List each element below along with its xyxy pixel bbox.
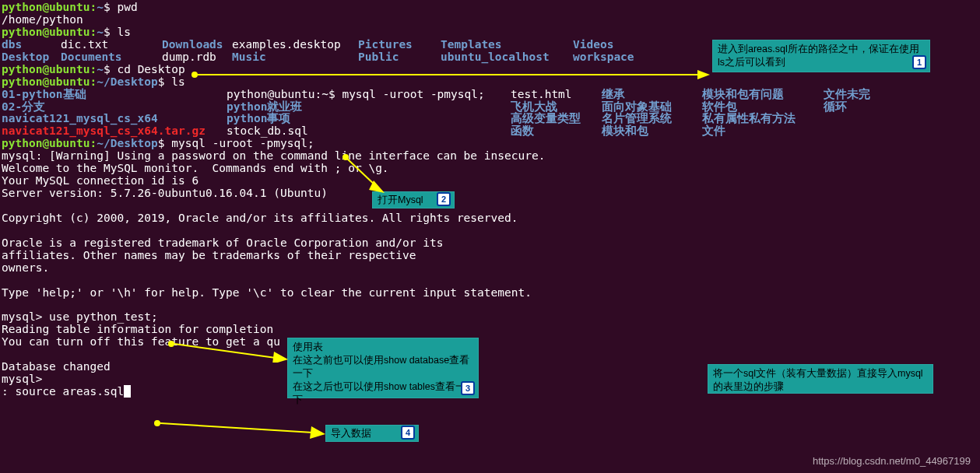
prompt-line-ls2: python@ubuntu:~/Desktop$ ls: [2, 76, 978, 89]
mysql-out-4: Server version: 5.7.26-0ubuntu0.16.04.1 …: [2, 187, 978, 200]
annotation-4: 导入数据 4: [325, 425, 419, 442]
badge-2: 2: [437, 192, 451, 206]
prompt-line-pwd: python@ubuntu:~$ pwd: [2, 2, 978, 14]
badge-4: 4: [401, 426, 415, 440]
prompt-line-ls: python@ubuntu:~$ ls: [2, 26, 978, 39]
svg-marker-11: [310, 426, 325, 439]
mysql-prompt-use: mysql> use python_test;: [2, 311, 978, 324]
ls-desk-row3: navicat121_mysql_cs_x64python事项高级变量类型名片管…: [2, 113, 978, 125]
ls-desk-row4: navicat121_mysql_cs_x64.tar.gzstock_db.s…: [2, 125, 978, 138]
ls-desk-row1: 01-python基础python@ubuntu:~$ mysql -uroot…: [2, 89, 978, 101]
mysql-out-9: Type 'help;' or '\h' for help. Type '\c'…: [2, 287, 978, 300]
mysql-out-12: You can turn off this feature to get a q…: [2, 336, 978, 349]
mysql-out-8: owners.: [2, 262, 978, 275]
annotation-5: 将一个sql文件（装有大量数据）直接导入mysql的表里边的步骤: [708, 364, 933, 394]
mysql-out-6: Oracle is a registered trademark of Orac…: [2, 237, 978, 250]
mysql-out-3: Your MySQL connection id is 6: [2, 175, 978, 187]
annotation-2: 打开Mysql 2: [372, 191, 455, 208]
annotation-1: 进入到areas.sql所在的路径之中，保证在使用ls之后可以看到 1: [712, 40, 930, 72]
badge-1: 1: [912, 55, 926, 69]
ls-desk-row2: 02-分支python就业班飞机大战面向对象基础软件包循环: [2, 101, 978, 114]
cursor-icon: [124, 385, 131, 398]
pwd-output: /home/python: [2, 14, 978, 26]
svg-point-9: [154, 420, 160, 426]
mysql-out-11: Reading table information for completion: [2, 324, 978, 336]
mysql-out-1: mysql: [Warning] Using a password on the…: [2, 150, 978, 163]
watermark: https://blog.csdn.net/m0_44967199: [813, 456, 971, 467]
svg-line-10: [160, 423, 313, 433]
prompt-line-mysql: python@ubuntu:~/Desktop$ mysql -uroot -p…: [2, 138, 978, 150]
mysql-out-2: Welcome to the MySQL monitor. Commands e…: [2, 163, 978, 175]
arrow-4: [153, 417, 327, 439]
badge-3: 3: [461, 381, 475, 395]
mysql-out-5: Copyright (c) 2000, 2019, Oracle and/or …: [2, 212, 978, 225]
annotation-3: 使用表 在这之前也可以使用show database查看一下 在这之后也可以使用…: [287, 338, 479, 398]
mysql-out-7: affiliates. Other names may be trademark…: [2, 250, 978, 262]
